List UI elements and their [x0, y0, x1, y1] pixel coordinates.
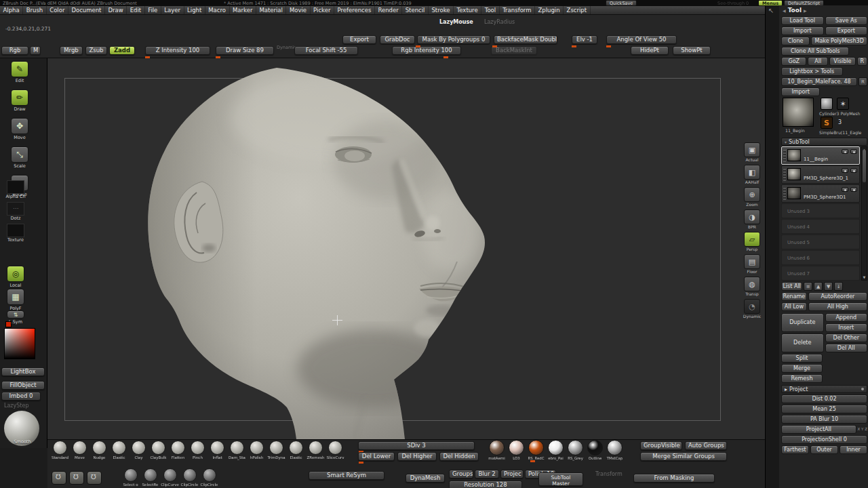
lazymouse-button[interactable]: LazyMouse — [439, 19, 473, 25]
clip-brush-selector[interactable]: Select o — [121, 468, 140, 487]
brush-selector[interactable]: Clay — [129, 441, 149, 460]
document-canvas[interactable] — [47, 58, 739, 439]
load-tool-button[interactable]: Load Tool — [781, 16, 824, 25]
all-low-button[interactable]: All Low — [781, 302, 807, 311]
export-button[interactable]: Export — [342, 35, 376, 44]
dynamesh-button[interactable]: DynaMesh — [406, 474, 445, 483]
current-file-slider[interactable]: 10_Begin_MaleFace. 48 — [781, 77, 857, 86]
z-intensity-slider[interactable]: Z Intensity 100 — [145, 46, 210, 55]
menu-item[interactable]: Material — [256, 6, 287, 14]
menu-item[interactable]: Macro — [205, 6, 230, 14]
autoreorder-button[interactable]: AutoReorder — [808, 292, 867, 301]
duplicate-button[interactable]: Duplicate — [781, 313, 824, 332]
inner-button[interactable]: Inner — [840, 445, 867, 454]
view-toggle-button[interactable]: ▣ Actual — [739, 142, 765, 165]
menu-item[interactable]: Color — [47, 6, 68, 14]
menu-item[interactable]: Movie — [286, 6, 310, 14]
backmaskint-button[interactable]: BackMaskInt — [491, 46, 537, 55]
brush-selector[interactable]: Standard — [50, 441, 70, 460]
mask-brush-icon[interactable] — [87, 471, 102, 485]
brush-selector[interactable]: Move — [70, 441, 90, 460]
dynamic-toggle[interactable]: Dynamic — [277, 45, 296, 50]
fillobject-button[interactable]: FillObject — [1, 381, 45, 390]
brush-selector[interactable]: Flatten — [168, 441, 188, 460]
brush-selector[interactable]: Elastic — [109, 441, 129, 460]
local-symmetry-button[interactable]: ◎ Local — [4, 266, 27, 288]
drag-grip-icon[interactable] — [783, 169, 786, 181]
material-selector[interactable]: TMstCap — [605, 440, 625, 460]
menu-item[interactable]: Layer — [161, 6, 184, 14]
split-button[interactable]: Split — [781, 354, 823, 363]
brush-selector[interactable]: ClayBulk — [149, 441, 168, 460]
cylinder-tool-icon[interactable] — [821, 98, 833, 110]
angle-of-view-slider[interactable]: Angle Of View 50 — [606, 35, 677, 44]
subtool-item[interactable]: 11__Begin — [781, 146, 860, 165]
save-as-button[interactable]: Save As — [825, 16, 868, 25]
group-visible-button[interactable]: GroupVisible — [640, 441, 682, 450]
brush-selector[interactable]: hPolish — [247, 441, 267, 460]
lazystep-slider[interactable]: LazyStep — [4, 403, 29, 409]
quicksave-button[interactable]: QuickSave — [606, 0, 637, 6]
brush-selector[interactable]: SliceCurv — [326, 441, 345, 460]
material-selector[interactable]: Outline — [585, 440, 605, 460]
panel-scroll-right-icon[interactable]: ▶ — [804, 8, 807, 13]
panel-collapse-arrow-icon[interactable]: ↖ — [768, 7, 774, 14]
color-picker[interactable] — [4, 328, 35, 359]
outer-button[interactable]: Outer — [810, 445, 838, 454]
view-toggle-button[interactable]: ◑ BPR — [739, 209, 765, 232]
simplebrush-tool-icon[interactable]: S — [821, 117, 833, 129]
rgb-intensity-slider[interactable]: Rgb Intensity 100 — [392, 46, 461, 55]
menu-item[interactable]: Edit — [127, 6, 144, 14]
menu-item[interactable]: Texture — [454, 6, 481, 14]
panel-scroll-left-icon[interactable]: ◀ — [783, 8, 786, 13]
make-polymesh3d-button[interactable]: Make PolyMesh3D — [811, 37, 867, 45]
lightbox-tools-link[interactable]: Lightbox > Tools — [781, 67, 843, 76]
goz-all-button[interactable]: All — [808, 57, 828, 66]
backfacemask-button[interactable]: BackfaceMask Double — [494, 35, 557, 44]
mask-brush-icon[interactable] — [69, 471, 84, 485]
subtool-item[interactable]: PM3D_Sphere3D1 — [781, 184, 860, 203]
clip-brush-selector[interactable]: ClipCircle — [180, 468, 199, 487]
project-section-header[interactable]: ▸ Project — [781, 385, 867, 393]
draw-size-slider[interactable]: Draw Size 89 — [216, 46, 274, 55]
mode-tool-button[interactable]: ✎ Edit — [8, 61, 31, 83]
subtool-scrollbar[interactable]: ▲ ▼ — [861, 146, 867, 281]
dist-slider[interactable]: Dist 0.02 — [781, 394, 867, 403]
zadd-button[interactable]: Zadd — [109, 46, 135, 55]
menu-item[interactable]: Zscript — [564, 6, 591, 14]
file-r-button[interactable]: R — [859, 77, 867, 86]
subtool-section-header[interactable]: ▾ SubTool — [781, 138, 867, 146]
material-selector[interactable]: matAerni — [487, 440, 507, 460]
dynamesh-option-slider[interactable]: Blur 2 — [475, 470, 499, 479]
list-icon[interactable]: ≡ — [804, 282, 812, 291]
mode-tool-button[interactable]: ⤡ Scale — [8, 146, 31, 169]
brush-selector[interactable]: Inflat — [208, 441, 227, 460]
del-higher-button[interactable]: Del Higher — [397, 452, 437, 461]
alpha-selector[interactable]: Alpha Ch — [4, 180, 27, 199]
subtool-item[interactable]: Unused 3 — [781, 203, 860, 218]
eye-visibility-icon[interactable] — [850, 187, 857, 192]
del-all-button[interactable]: Del All — [825, 344, 868, 352]
menu-item[interactable]: Preferences — [334, 6, 375, 14]
remesh-button[interactable]: Remesh — [781, 374, 823, 383]
mode-tool-button[interactable]: ✥ Move — [8, 118, 31, 140]
subtool-item[interactable]: Unused 4 — [781, 219, 860, 234]
menu-item[interactable]: Zplugin — [535, 6, 564, 14]
select-down-icon[interactable]: ↓ — [834, 282, 843, 291]
view-toggle-button[interactable]: ◧ AAHalf — [739, 165, 765, 187]
eye-visibility-icon[interactable] — [850, 149, 857, 154]
export-button[interactable]: Export — [825, 26, 868, 35]
current-tool-thumbnail[interactable] — [783, 98, 814, 127]
menu-item[interactable]: Picker — [311, 6, 334, 14]
import-tool-button[interactable]: Import — [781, 87, 820, 96]
eye-visibility-icon[interactable] — [842, 149, 848, 154]
drag-grip-icon[interactable] — [783, 188, 786, 200]
resolution-slider[interactable]: Resolution 128 — [449, 481, 522, 488]
sdiv-slider[interactable]: SDiv 3 — [358, 441, 475, 450]
menu-item[interactable]: Stroke — [429, 6, 454, 14]
brush-selector[interactable]: Nudge — [90, 441, 109, 460]
menu-item[interactable]: Marker — [230, 6, 256, 14]
brush-selector[interactable]: Elastic — [286, 441, 306, 460]
del-hidden-button[interactable]: Del Hidden — [439, 452, 479, 461]
clip-brush-selector[interactable]: SelectRe — [140, 468, 160, 487]
